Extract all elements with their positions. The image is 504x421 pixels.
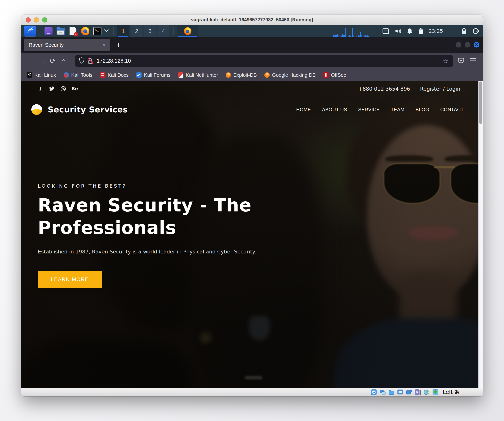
bookmarks-toolbar: Kali Linux Kali Tools Kali Docs Kali For…: [21, 69, 483, 81]
zoom-window-button[interactable]: [42, 17, 47, 23]
forward-button[interactable]: →: [37, 56, 47, 66]
kali-menu-button[interactable]: [24, 26, 36, 36]
workspace-3[interactable]: 3: [144, 25, 156, 37]
new-tab-button[interactable]: +: [114, 40, 123, 50]
browser-maximize-button[interactable]: [465, 42, 470, 47]
panel-separator: [173, 27, 174, 35]
twitter-icon[interactable]: [49, 86, 55, 92]
panel-clock[interactable]: 23:25: [429, 28, 443, 34]
vbox-hdd-icon[interactable]: [371, 389, 377, 395]
dribbble-icon[interactable]: [60, 86, 66, 92]
url-text[interactable]: 172.28.128.10: [97, 58, 443, 64]
tab-raven-security[interactable]: Raven Security ×: [24, 39, 110, 51]
bookmark-kali-forums[interactable]: Kali Forums: [136, 72, 170, 78]
insecure-padlock-icon[interactable]: [88, 58, 93, 64]
site-nav: HOME ABOUT US SERVICE TEAM BLOG CONTACT: [296, 96, 464, 123]
offsec-icon: [323, 72, 329, 78]
panel-separator: [452, 27, 452, 35]
hero-title: Raven Security - The Professionals: [38, 194, 279, 239]
bookmark-kali-linux[interactable]: Kali Linux: [27, 72, 56, 78]
volume-icon[interactable]: [395, 28, 401, 34]
reload-button[interactable]: ⟳: [47, 56, 58, 66]
exploit-db-icon: [226, 72, 231, 78]
vbox-guest-additions-icon[interactable]: [432, 389, 438, 395]
menu-hamburger-icon[interactable]: [470, 58, 476, 63]
bookmark-kali-tools[interactable]: Kali Tools: [64, 72, 92, 78]
bookmark-kali-docs[interactable]: Kali Docs: [100, 72, 129, 78]
learn-more-button[interactable]: LEARN MORE: [38, 271, 102, 288]
traffic-lights: [26, 17, 47, 23]
nav-about-us[interactable]: ABOUT US: [322, 107, 347, 112]
screen-share-icon[interactable]: [383, 28, 389, 34]
hero-description: Established in 1987, Raven Security is a…: [38, 249, 286, 255]
back-button[interactable]: ←: [26, 56, 37, 66]
chevron-down-icon: [104, 29, 109, 33]
nav-blog[interactable]: BLOG: [415, 107, 429, 112]
url-bar[interactable]: 172.28.128.10 ☆: [75, 55, 453, 67]
nav-home[interactable]: HOME: [296, 107, 311, 112]
home-button[interactable]: ⌂: [58, 56, 69, 66]
taskbar-firefox-window[interactable]: [177, 25, 198, 37]
bookmark-offsec[interactable]: OffSec: [323, 72, 346, 78]
facebook-icon[interactable]: f: [37, 86, 43, 92]
bookmark-kali-nethunter[interactable]: Kali NetHunter: [178, 72, 218, 78]
launcher-dashboard[interactable]: [44, 27, 53, 35]
vbox-vrde-icon[interactable]: V: [415, 389, 421, 395]
battery-icon[interactable]: [418, 28, 423, 34]
vbox-network-icon[interactable]: [380, 389, 386, 395]
nav-service[interactable]: SERVICE: [358, 107, 380, 112]
launcher-terminal[interactable]: $_: [93, 27, 102, 35]
nav-team[interactable]: TEAM: [391, 107, 404, 112]
firefox-icon: [184, 27, 192, 35]
scrollbar-thumb[interactable]: [479, 82, 482, 124]
svg-text:V: V: [416, 391, 418, 394]
close-window-button[interactable]: [26, 17, 31, 23]
tab-title: Raven Security: [29, 42, 101, 48]
kali-docs-icon: [100, 72, 105, 78]
launcher-file-manager[interactable]: [56, 27, 65, 35]
vbox-display-icon[interactable]: [397, 389, 403, 395]
firefox-tab-bar: Raven Security × + ✖: [21, 37, 483, 53]
vbox-statusbar: V Left ⌘: [21, 388, 483, 396]
document-icon: [70, 27, 76, 35]
kali-linux-icon: [27, 72, 32, 78]
browser-minimize-button[interactable]: [456, 42, 461, 47]
vbox-shared-folder-icon[interactable]: [388, 389, 395, 395]
minimize-window-button[interactable]: [34, 17, 39, 23]
bookmark-exploit-db[interactable]: Exploit-DB: [226, 72, 257, 78]
nav-contact[interactable]: CONTACT: [440, 107, 464, 112]
terminal-icon: $_: [93, 27, 102, 35]
kali-tools-icon: [64, 72, 69, 78]
panel-separator: [39, 27, 39, 35]
behance-icon[interactable]: Bē: [72, 86, 78, 92]
tab-close-button[interactable]: ×: [101, 41, 108, 49]
firefox-nav-bar: ← → ⟳ ⌂ 172.28.128.10 ☆: [21, 53, 483, 69]
launcher-text-editor[interactable]: [69, 27, 77, 35]
page-viewport: f Bē +880 012 3654 896 Register / Login …: [21, 81, 483, 388]
pocket-icon[interactable]: [458, 58, 464, 64]
kali-forums-icon: [136, 72, 142, 78]
workspace-4[interactable]: 4: [157, 25, 169, 37]
workspace-1[interactable]: 1: [117, 25, 129, 37]
site-brand[interactable]: Security Services: [48, 105, 128, 114]
site-logo-icon[interactable]: [31, 104, 42, 115]
folder-icon: [57, 28, 65, 35]
cpu-graph: [332, 27, 378, 37]
vbox-mouse-integration-icon[interactable]: [424, 389, 430, 395]
kali-panel: $_ 1 2 3 4 23:25: [21, 25, 483, 37]
vbox-recording-icon[interactable]: [406, 389, 412, 395]
launcher-expand-button[interactable]: [104, 29, 109, 33]
logout-power-icon[interactable]: [473, 28, 479, 34]
vm-window-title: vagrant-kali_default_1649657277982_50460…: [191, 17, 313, 23]
lock-screen-icon[interactable]: [461, 28, 467, 34]
tracking-shield-icon[interactable]: [79, 57, 84, 64]
page-scrollbar[interactable]: [478, 81, 483, 388]
bookmark-google-hacking-db[interactable]: Google Hacking DB: [264, 72, 316, 78]
workspace-2[interactable]: 2: [131, 25, 143, 37]
launcher-firefox[interactable]: [81, 27, 90, 35]
hero-eyebrow: LOOKING FOR THE BEST?: [38, 183, 126, 189]
notifications-bell-icon[interactable]: [407, 28, 413, 34]
browser-close-button[interactable]: ✖: [474, 42, 479, 47]
bookmark-star-icon[interactable]: ☆: [443, 57, 449, 65]
register-login-link[interactable]: Register / Login: [420, 86, 460, 92]
